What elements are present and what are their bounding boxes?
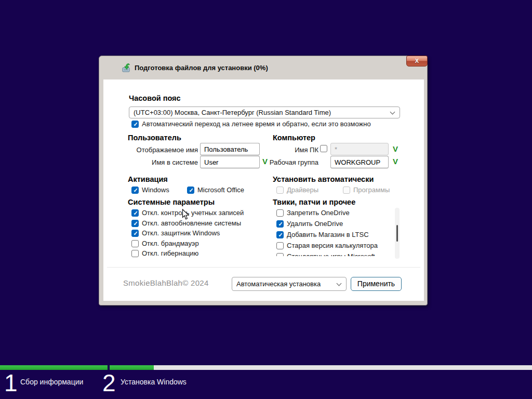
chevron-down-icon [390,109,395,114]
system-name-label: Имя в системе [103,158,198,166]
checkbox-disable-firewall[interactable]: Откл. брандмауэр [131,240,199,247]
checkbox-box [131,209,139,217]
checkbox-box [320,145,327,152]
tweaks-header: Твики, патчи и прочее [273,198,355,206]
auto-install-programs-checkbox: Программы [343,186,390,194]
workgroup-valid-mark: V [393,157,398,166]
dialog-content: Часовой пояс (UTC+03:00) Москва, Санкт-П… [103,79,424,301]
pc-name-valid-mark: V [393,144,398,153]
apply-button[interactable]: Применить [351,277,402,291]
checkbox-box [343,187,350,194]
step2-progress-bar [110,365,532,370]
checkbox-box [131,220,139,227]
dialog-titlebar: Подготовка файлов для установки (0%) X [99,56,427,79]
step1-label: Сбор информации [20,378,83,386]
installer-dialog: Подготовка файлов для установки (0%) X Ч… [99,56,428,305]
footer-separator [107,267,420,268]
workgroup-input[interactable] [330,156,389,168]
step2-label: Установка Windows [121,378,187,386]
checkbox-box [131,187,139,194]
pc-name-label: Имя ПК [223,146,318,154]
checkbox-block-onedrive[interactable]: Запретить OneDrive [276,209,350,217]
checkbox-box [276,187,284,194]
checkbox-box [131,250,139,257]
checkbox-box [131,121,139,128]
dst-checkbox[interactable]: Автоматический переход на летнее время и… [131,120,371,128]
checkbox-box [276,209,284,217]
checkbox-remove-onedrive[interactable]: Удалить OneDrive [276,220,343,228]
dialog-title: Подготовка файлов для установки (0%) [135,64,268,72]
step1-number: 1 [4,370,18,396]
activation-header: Активация [128,175,168,183]
checkbox-box [131,240,139,247]
chevron-down-icon [337,281,342,286]
dst-label: Автоматический переход на летнее время и… [142,120,371,128]
user-header: Пользователь [128,134,181,142]
computer-header: Компьютер [273,134,315,142]
checkbox-box [276,220,284,228]
step2-progress-fill [110,365,154,370]
install-mode-select[interactable]: Автоматическая установка [232,277,347,291]
checkbox-box [276,231,284,238]
scrollbar-thumb[interactable] [396,225,398,242]
activation-windows-checkbox[interactable]: Windows [131,186,169,194]
checkbox-add-store-ltsc[interactable]: Добавить Магазин в LTSC [276,231,369,238]
step2-number: 2 [102,370,116,396]
timezone-header: Часовой пояс [129,94,181,102]
checkbox-box [276,253,284,257]
setup-screen: Подготовка файлов для установки (0%) X Ч… [0,0,532,399]
system-params-header: Системные параметры [128,198,215,206]
checkbox-disable-hibernation[interactable]: Откл. гибернацию [131,249,198,257]
install-mode-value: Автоматическая установка [236,280,321,288]
copyright-text: SmokieBlahBlah© 2024 [123,278,209,287]
tweaks-scrollbar[interactable] [395,208,400,259]
tweaks-list: Запретить OneDrive Удалить OneDrive Доба… [273,207,391,256]
pc-name-input[interactable] [330,143,389,155]
checkbox-box [276,242,284,249]
checkbox-box [187,187,194,194]
workgroup-label: Рабочая группа [223,158,318,166]
checkbox-box [131,230,139,237]
timezone-select[interactable]: (UTC+03:00) Москва, Санкт-Петербург (Rus… [129,107,400,118]
checkbox-microsoft-games[interactable]: Стандартные игры Microsoft [276,252,375,256]
activation-office-checkbox[interactable]: Microsoft Office [187,186,244,194]
checkbox-disable-uac[interactable]: Откл. контроль учетных записей [131,209,244,217]
display-name-label: Отображаемое имя [103,146,198,154]
pc-name-checkbox[interactable] [320,145,327,152]
checkbox-disable-updates[interactable]: Откл. автообновление системы [131,219,241,227]
timezone-selected-value: (UTC+03:00) Москва, Санкт-Петербург (Rus… [134,109,331,116]
close-button[interactable]: X [406,56,428,66]
checkbox-old-calculator[interactable]: Старая версия калькулятора [276,242,378,249]
checkbox-disable-defender[interactable]: Откл. защитник Windows [131,229,220,237]
install-arrow-icon [122,63,131,73]
auto-install-header: Установить автоматически [273,175,374,183]
auto-install-drivers-checkbox: Драйверы [276,186,318,194]
